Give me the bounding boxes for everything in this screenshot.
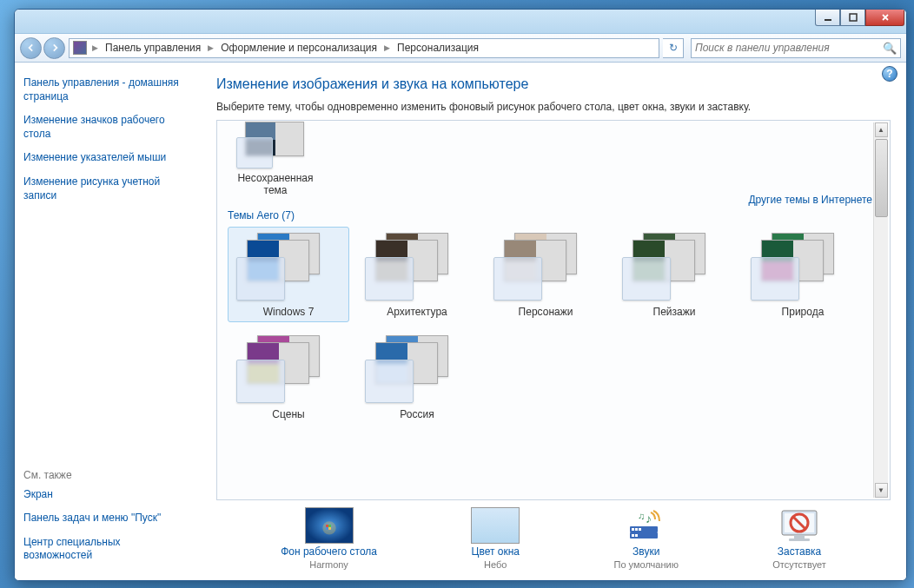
- forward-button[interactable]: [43, 37, 65, 59]
- svg-text:♪: ♪: [646, 512, 652, 525]
- theme-item[interactable]: Windows 7: [228, 227, 349, 322]
- theme-item[interactable]: Природа: [742, 227, 864, 322]
- theme-item[interactable]: Архитектура: [356, 227, 478, 322]
- main-pane: ? Изменение изображения и звука на компь…: [201, 63, 906, 580]
- svg-rect-5: [328, 525, 331, 527]
- sidebar: Панель управления - домашняя страница Из…: [15, 63, 201, 580]
- chevron-right-icon: ▶: [90, 43, 100, 52]
- chevron-right-icon: ▶: [206, 43, 215, 52]
- scrollbar[interactable]: ▲ ▼: [873, 122, 888, 498]
- svg-rect-7: [328, 527, 331, 530]
- desktop-background-option[interactable]: Фон рабочего стола Harmony: [281, 507, 377, 570]
- option-subtitle: Отсутствует: [772, 559, 826, 570]
- theme-label: Windows 7: [263, 306, 315, 318]
- help-icon[interactable]: ?: [882, 66, 897, 82]
- theme-label: Сцены: [272, 408, 304, 420]
- control-panel-icon: [73, 41, 87, 55]
- svg-rect-0: [825, 19, 831, 21]
- theme-item[interactable]: Россия: [356, 329, 478, 425]
- scroll-down-button[interactable]: ▼: [875, 483, 888, 498]
- sidebar-link[interactable]: Экран: [23, 485, 192, 509]
- sidebar-link[interactable]: Изменение рисунка учетной записи: [23, 172, 192, 209]
- bottom-options: Фон рабочего стола Harmony Цвет окна Неб…: [216, 500, 891, 580]
- see-also-heading: См. также: [23, 466, 192, 485]
- themes-list[interactable]: ▲ ▼ Несохраненная тема Другие темы в Инт…: [216, 120, 891, 500]
- navigation-bar: ▶ Панель управления ▶ Оформление и персо…: [15, 34, 906, 63]
- svg-rect-13: [632, 534, 634, 537]
- theme-label: Пейзажи: [653, 306, 696, 318]
- refresh-button[interactable]: ↻: [663, 38, 684, 58]
- svg-rect-14: [635, 534, 638, 537]
- page-title: Изменение изображения и звука на компьют…: [216, 69, 891, 101]
- option-title: Фон рабочего стола: [281, 545, 377, 558]
- svg-rect-10: [632, 528, 634, 531]
- titlebar[interactable]: [15, 10, 906, 34]
- window-color-option[interactable]: Цвет окна Небо: [471, 507, 520, 570]
- svg-rect-12: [639, 528, 641, 531]
- close-button[interactable]: [865, 9, 904, 26]
- search-icon[interactable]: 🔍: [883, 42, 897, 55]
- theme-label: Персонажи: [519, 306, 573, 318]
- theme-item[interactable]: Персонажи: [485, 227, 606, 322]
- window-color-icon: [471, 507, 520, 544]
- theme-label: Архитектура: [387, 306, 447, 318]
- sidebar-link[interactable]: Панель задач и меню "Пуск": [23, 508, 192, 532]
- screensaver-option[interactable]: Заставка Отсутствует: [772, 507, 826, 570]
- option-subtitle: Небо: [484, 559, 507, 570]
- option-subtitle: Harmony: [309, 559, 348, 570]
- theme-item-unsaved[interactable]: Несохраненная тема: [228, 121, 323, 201]
- sounds-option[interactable]: ♪♫ Звуки По умолчанию: [614, 507, 679, 570]
- theme-label: Несохраненная тема: [232, 172, 319, 196]
- sidebar-home-link[interactable]: Панель управления - домашняя страница: [23, 73, 192, 110]
- page-subtitle: Выберите тему, чтобы одновременно измени…: [216, 101, 891, 120]
- search-input[interactable]: [695, 42, 883, 54]
- theme-item[interactable]: Пейзажи: [613, 227, 735, 322]
- svg-text:♫: ♫: [638, 511, 645, 521]
- theme-item[interactable]: Сцены: [228, 329, 349, 425]
- sidebar-link[interactable]: Центр специальных возможностей: [23, 532, 192, 570]
- option-subtitle: По умолчанию: [614, 559, 679, 570]
- desktop-bg-icon: [305, 507, 354, 544]
- screensaver-icon: [775, 507, 824, 544]
- option-title: Звуки: [633, 545, 659, 558]
- breadcrumb-item[interactable]: Панель управления: [100, 39, 206, 57]
- scroll-up-button[interactable]: ▲: [875, 122, 888, 137]
- breadcrumb[interactable]: ▶ Панель управления ▶ Оформление и персо…: [69, 38, 659, 58]
- theme-label: Россия: [400, 408, 434, 420]
- svg-rect-1: [850, 14, 857, 21]
- scroll-thumb[interactable]: [875, 139, 888, 217]
- minimize-button[interactable]: [815, 9, 840, 26]
- window-frame: ▶ Панель управления ▶ Оформление и персо…: [14, 9, 907, 581]
- search-box[interactable]: 🔍: [691, 38, 901, 58]
- breadcrumb-item[interactable]: Оформление и персонализация: [215, 39, 382, 57]
- svg-rect-19: [794, 535, 805, 538]
- svg-rect-11: [635, 528, 638, 531]
- sidebar-link[interactable]: Изменение указателей мыши: [23, 148, 192, 172]
- more-themes-link[interactable]: Другие темы в Интернете: [748, 194, 872, 206]
- chevron-right-icon: ▶: [382, 43, 392, 52]
- svg-rect-6: [326, 527, 328, 530]
- svg-rect-20: [789, 538, 810, 541]
- theme-label: Природа: [782, 306, 825, 318]
- sidebar-link[interactable]: Изменение значков рабочего стола: [23, 110, 192, 148]
- sounds-icon: ♪♫: [622, 507, 671, 544]
- option-title: Цвет окна: [472, 545, 520, 558]
- option-title: Заставка: [778, 545, 822, 558]
- back-button[interactable]: [20, 37, 42, 59]
- svg-rect-4: [326, 525, 328, 527]
- maximize-button[interactable]: [840, 9, 865, 26]
- breadcrumb-item[interactable]: Персонализация: [392, 39, 484, 57]
